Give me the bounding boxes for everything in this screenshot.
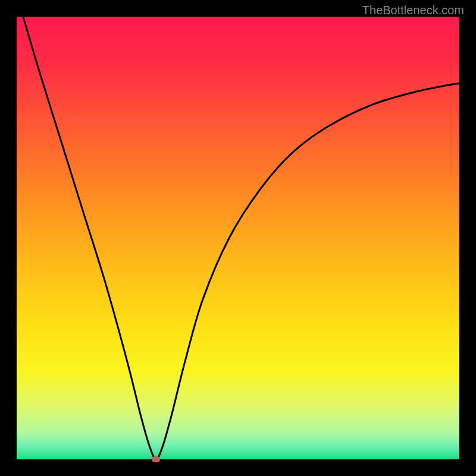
watermark: TheBottleneck.com [362, 4, 464, 17]
chart-svg [17, 17, 459, 459]
optimal-point-marker [152, 456, 160, 462]
bottleneck-curve [17, 17, 459, 459]
